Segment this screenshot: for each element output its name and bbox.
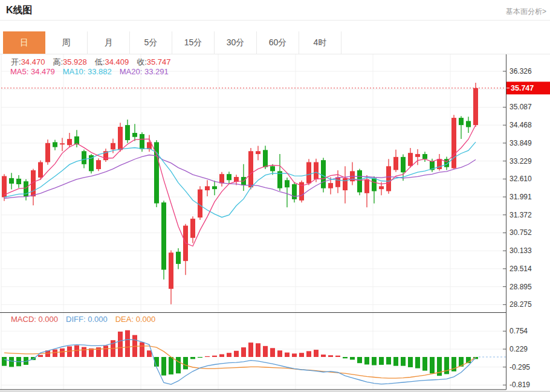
period-tab-7[interactable]: 4时 bbox=[299, 31, 341, 54]
high-label: 高: bbox=[53, 57, 63, 66]
title-divider bbox=[0, 20, 550, 21]
y-axis-label: 33.849 bbox=[510, 139, 532, 147]
ma-legend: MA5: 34.479MA10: 33.882MA20: 33.291 bbox=[10, 67, 176, 76]
ma10-label: MA10: bbox=[63, 67, 86, 76]
fundamental-analysis-link[interactable]: 基本面分析> bbox=[506, 7, 546, 17]
macd-label: MACD: bbox=[11, 315, 36, 324]
y-axis-label: 32.610 bbox=[510, 175, 532, 183]
y-axis-label: 28.275 bbox=[510, 300, 532, 309]
period-tab-2[interactable]: 月 bbox=[88, 31, 130, 54]
y-axis-label: 30.752 bbox=[510, 228, 532, 237]
macd-legend: MACD: 0.000DIFF: 0.000DEA: 0.000 bbox=[11, 315, 163, 324]
ma20-label: MA20: bbox=[120, 67, 143, 76]
kline-widget: K线图 基本面分析> 日周月5分15分30分60分4时 36.32635.087… bbox=[0, 0, 550, 392]
y-axis-label: 29.514 bbox=[510, 265, 532, 273]
y-axis-label: 31.991 bbox=[510, 193, 532, 201]
period-tab-6[interactable]: 60分 bbox=[257, 31, 299, 54]
ma20-value: 33.291 bbox=[144, 67, 169, 76]
high-value: 35.928 bbox=[63, 57, 87, 66]
ohlc-legend: 开:34.470高:35.928低:34.409收:35.747 bbox=[11, 57, 179, 68]
open-label: 开: bbox=[11, 57, 21, 66]
close-value: 35.747 bbox=[147, 57, 171, 66]
open-value: 34.470 bbox=[21, 57, 45, 66]
y-axis-label: 36.326 bbox=[510, 67, 532, 76]
low-label: 低: bbox=[95, 57, 105, 66]
macd-axis-label: -0.819 bbox=[510, 381, 530, 389]
period-tab-0[interactable]: 日 bbox=[3, 31, 45, 54]
candles bbox=[2, 83, 478, 304]
ma10-value: 33.882 bbox=[88, 67, 112, 76]
period-tab-1[interactable]: 周 bbox=[45, 31, 88, 54]
y-axis-label: 31.372 bbox=[510, 211, 532, 219]
diff-value: 0.000 bbox=[88, 315, 108, 324]
ma5-label: MA5: bbox=[10, 67, 28, 76]
page-title: K线图 bbox=[6, 4, 33, 17]
low-value: 34.409 bbox=[105, 57, 129, 66]
y-axis-label: 30.133 bbox=[510, 246, 532, 255]
ma5-value: 34.479 bbox=[31, 67, 55, 76]
period-tab-3[interactable]: 5分 bbox=[130, 31, 172, 54]
macd-axis-label: 0.754 bbox=[510, 327, 528, 335]
macd-value: 0.000 bbox=[39, 315, 59, 324]
period-tab-5[interactable]: 30分 bbox=[215, 31, 257, 54]
current-price-badge: 35.747 bbox=[506, 82, 550, 94]
y-axis-label: 34.468 bbox=[510, 121, 532, 129]
candlestick-chart[interactable]: 36.32635.08734.46833.84933.22932.61031.9… bbox=[0, 54, 550, 312]
main-plot bbox=[1, 54, 506, 312]
svg-text:35.747: 35.747 bbox=[511, 84, 534, 92]
macd-chart[interactable]: 0.7540.229-0.295-0.819 bbox=[0, 312, 550, 392]
period-tab-4[interactable]: 15分 bbox=[172, 31, 215, 54]
macd-axis-label: 0.229 bbox=[510, 345, 528, 353]
macd-bars bbox=[2, 330, 478, 376]
y-axis-label: 28.895 bbox=[510, 283, 532, 291]
y-axis-label: 35.087 bbox=[510, 103, 532, 111]
close-label: 收: bbox=[137, 57, 147, 66]
diff-label: DIFF: bbox=[66, 315, 86, 324]
dea-label: DEA: bbox=[115, 315, 134, 324]
y-axis-label: 33.229 bbox=[510, 157, 532, 165]
macd-axis-label: -0.295 bbox=[510, 363, 530, 371]
dea-value: 0.000 bbox=[136, 315, 156, 324]
period-tabs: 日周月5分15分30分60分4时 bbox=[3, 31, 341, 54]
